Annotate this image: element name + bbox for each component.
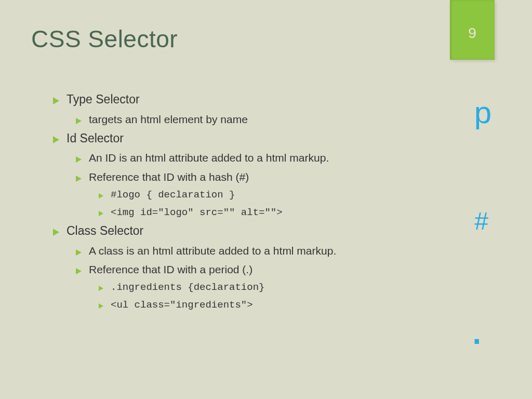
bullet-text: Reference that ID with a period (.) xyxy=(89,263,252,276)
triangle-bullet-icon xyxy=(76,118,82,124)
triangle-bullet-icon xyxy=(99,303,103,309)
triangle-bullet-icon xyxy=(53,136,59,143)
triangle-bullet-icon xyxy=(53,97,59,104)
bullet-id-desc2: Reference that ID with a hash (#) xyxy=(76,170,417,183)
bullet-text: A class is an html attribute added to a … xyxy=(89,244,336,257)
triangle-bullet-icon xyxy=(99,286,103,291)
bullet-id-desc1: An ID is an html attribute added to a ht… xyxy=(76,151,417,164)
triangle-bullet-icon xyxy=(76,249,82,256)
selector-glyph-dot: . xyxy=(471,317,483,340)
code-text: <img id="logo" src="" alt=""> xyxy=(111,207,283,219)
code-text: .ingredients {declaration} xyxy=(111,282,264,294)
bullet-text: Type Selector xyxy=(66,92,140,107)
selector-glyph-p: p xyxy=(474,95,491,130)
triangle-bullet-icon xyxy=(53,229,59,236)
bullet-class-code2: <ul class="ingredients"> xyxy=(99,299,417,311)
code-text: <ul class="ingredients"> xyxy=(111,299,253,311)
bullet-class-selector: Class Selector xyxy=(53,224,417,238)
triangle-bullet-icon xyxy=(99,193,103,198)
bullet-type-desc: targets an html element by name xyxy=(76,113,417,126)
triangle-bullet-icon xyxy=(99,211,103,216)
bullet-text: Reference that ID with a hash (#) xyxy=(89,170,249,183)
bullet-text: Class Selector xyxy=(66,224,143,238)
bullet-text: Id Selector xyxy=(66,131,124,146)
slide-content: Type Selector targets an html element by… xyxy=(53,92,417,317)
bullet-id-code2: <img id="logo" src="" alt=""> xyxy=(99,207,417,219)
code-text: #logo { declaration } xyxy=(111,189,235,201)
bullet-class-desc1: A class is an html attribute added to a … xyxy=(76,244,417,257)
bullet-text: targets an html element by name xyxy=(89,113,248,126)
bullet-type-selector: Type Selector xyxy=(53,92,417,107)
selector-glyph-hash: # xyxy=(474,207,488,235)
triangle-bullet-icon xyxy=(76,176,82,182)
triangle-bullet-icon xyxy=(76,268,82,274)
page-number: 9 xyxy=(468,25,476,42)
bullet-id-code1: #logo { declaration } xyxy=(99,189,417,201)
slide-title: CSS Selector xyxy=(31,25,178,53)
bullet-id-selector: Id Selector xyxy=(53,131,417,146)
bullet-class-desc2: Reference that ID with a period (.) xyxy=(76,263,417,276)
page-number-tab: 9 xyxy=(450,0,495,60)
triangle-bullet-icon xyxy=(76,156,82,163)
bullet-text: An ID is an html attribute added to a ht… xyxy=(89,151,329,164)
bullet-class-code1: .ingredients {declaration} xyxy=(99,282,417,294)
